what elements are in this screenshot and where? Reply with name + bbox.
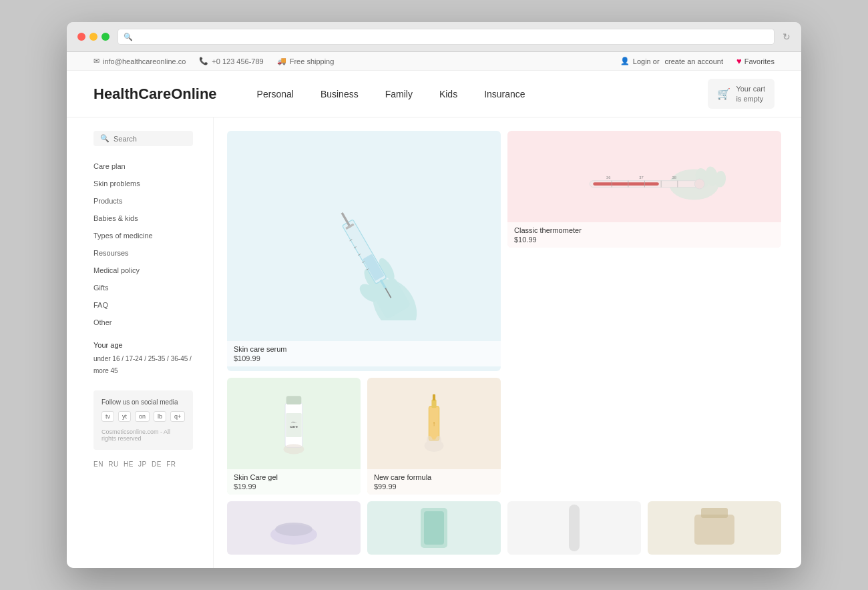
gel-svg: skin care — [260, 389, 327, 458]
product-card-serum[interactable]: Skin care serum $109.99 — [227, 131, 501, 371]
product-card-formula[interactable]: ↑ New care formula $99. — [367, 378, 501, 495]
svg-point-46 — [275, 523, 312, 536]
nav-kids[interactable]: Kids — [439, 89, 457, 99]
phone-icon: 📞 — [199, 57, 208, 65]
close-button[interactable] — [77, 33, 85, 41]
svg-rect-48 — [424, 511, 444, 545]
nav-faq[interactable]: FAQ — [93, 301, 108, 309]
sidebar-search[interactable]: 🔍 — [93, 131, 193, 146]
svg-text:care: care — [290, 424, 298, 428]
serum-price: $109.99 — [234, 354, 494, 362]
sidebar-search-input[interactable] — [114, 135, 186, 143]
top-bar: ✉ info@healthcareonline.co 📞 +0 123 456-… — [67, 52, 801, 71]
age-17-24[interactable]: 17-24 — [126, 355, 143, 362]
nav-babies-kids[interactable]: Babies & kids — [93, 214, 138, 222]
site-logo[interactable]: HealthCareOnline — [93, 85, 217, 103]
lang-de[interactable]: DE — [152, 461, 162, 468]
social-lb[interactable]: lb — [154, 411, 166, 422]
list-item: Types of medicine — [93, 229, 193, 241]
phone-text: +0 123 456-789 — [212, 57, 263, 65]
sidebar: 🔍 Care plan Skin problems Products Babie… — [67, 117, 214, 568]
partial-card-1[interactable] — [227, 501, 361, 555]
favorites-button[interactable]: ♥ Favorites — [736, 56, 775, 66]
nav-gifts[interactable]: Gifts — [93, 284, 109, 292]
formula-name: New care formula — [374, 473, 494, 481]
partial-img-4 — [648, 501, 781, 555]
favorites-label: Favorites — [744, 57, 775, 65]
svg-text:skin: skin — [291, 421, 296, 424]
gel-info: Skin Care gel $19.99 — [227, 469, 361, 495]
reload-button[interactable]: ↻ — [783, 31, 791, 42]
cart-text: Your cart is empty — [736, 84, 765, 103]
account-icon: 👤 — [620, 57, 630, 65]
nav-types-medicine[interactable]: Types of medicine — [93, 232, 153, 240]
list-item: Babies & kids — [93, 212, 193, 224]
formula-image-container: ↑ — [367, 378, 501, 469]
product-card-gel[interactable]: skin care Skin Care gel $19.99 — [227, 378, 361, 495]
heart-icon: ♥ — [736, 56, 742, 66]
sidebar-nav: Care plan Skin problems Products Babies … — [93, 160, 193, 328]
search-icon: 🔍 — [124, 33, 133, 41]
age-more45[interactable]: more 45 — [93, 367, 118, 374]
age-36-45[interactable]: 36-45 — [171, 355, 188, 362]
nav-business[interactable]: Business — [320, 89, 359, 99]
nav-insurance[interactable]: Insurance — [484, 89, 525, 99]
age-under16[interactable]: under 16 — [93, 355, 120, 362]
cart-widget[interactable]: 🛒 Your cart is empty — [708, 79, 775, 109]
nav-medical-policy[interactable]: Medical policy — [93, 266, 140, 274]
svg-point-37 — [284, 444, 304, 454]
shipping-info: 🚚 Free shipping — [277, 57, 335, 65]
social-yt[interactable]: yt — [118, 411, 131, 422]
nav-skin-problems[interactable]: Skin problems — [93, 180, 140, 188]
nav-products[interactable]: Products — [93, 197, 122, 205]
thermometer-price: $10.99 — [514, 236, 775, 244]
svg-text:36: 36 — [606, 176, 610, 180]
partial-card-2[interactable] — [367, 501, 501, 555]
partial-card-4[interactable] — [648, 501, 781, 555]
partial-card-3[interactable] — [507, 501, 641, 555]
svg-text:↑: ↑ — [433, 421, 436, 428]
copyright-text: Cosmeticsonline.com - All rights reserve… — [101, 428, 185, 442]
address-bar[interactable]: 🔍 — [118, 29, 775, 45]
browser-content: ✉ info@healthcareonline.co 📞 +0 123 456-… — [67, 52, 801, 568]
serum-name: Skin care serum — [234, 345, 494, 353]
top-bar-right: 👤 Login or create an account ♥ Favorites — [620, 56, 775, 66]
age-25-35[interactable]: 25-35 — [148, 355, 166, 362]
lang-en[interactable]: EN — [93, 461, 103, 468]
lang-fr[interactable]: FR — [166, 461, 176, 468]
thermometer-info: Classic thermometer $10.99 — [507, 222, 781, 248]
browser-traffic-lights — [77, 33, 110, 41]
social-qplus[interactable]: q+ — [170, 411, 185, 422]
list-item: Care plan — [93, 160, 193, 172]
lang-he[interactable]: HE — [124, 461, 134, 468]
svg-rect-49 — [569, 505, 580, 551]
age-title: Your age — [93, 341, 193, 349]
create-account-link[interactable]: create an account — [665, 57, 723, 65]
email-text: info@healthcareonline.co — [103, 57, 186, 65]
gel-image-container: skin care — [227, 378, 361, 469]
phone-info: 📞 +0 123 456-789 — [199, 57, 263, 65]
social-tv[interactable]: tv — [101, 411, 114, 422]
serum-info: Skin care serum $109.99 — [227, 341, 501, 366]
list-item: Skin problems — [93, 177, 193, 189]
login-link[interactable]: Login or — [633, 57, 660, 65]
nav-personal[interactable]: Personal — [257, 89, 294, 99]
social-on[interactable]: on — [135, 411, 150, 422]
nav-care-plan[interactable]: Care plan — [93, 162, 126, 170]
lang-jp[interactable]: JP — [138, 461, 147, 468]
lang-ru[interactable]: RU — [108, 461, 118, 468]
product-card-thermometer[interactable]: 36 37 38 Classic thermometer $10.99 — [507, 131, 781, 248]
cart-icon: 🛒 — [717, 87, 730, 100]
partial-img-2 — [367, 501, 501, 555]
nav-family[interactable]: Family — [385, 89, 413, 99]
account-area[interactable]: 👤 Login or create an account — [620, 57, 723, 65]
sidebar-search-icon: 🔍 — [100, 134, 110, 143]
minimize-button[interactable] — [89, 33, 97, 41]
nav-links: Personal Business Family Kids Insurance — [257, 89, 708, 99]
bottom-partial-row — [227, 501, 781, 555]
nav-other[interactable]: Other — [93, 318, 112, 326]
serum-image-container — [227, 131, 501, 341]
maximize-button[interactable] — [101, 33, 110, 41]
nav-resourses[interactable]: Resourses — [93, 249, 129, 257]
thermometer-image-container: 36 37 38 — [507, 131, 781, 222]
